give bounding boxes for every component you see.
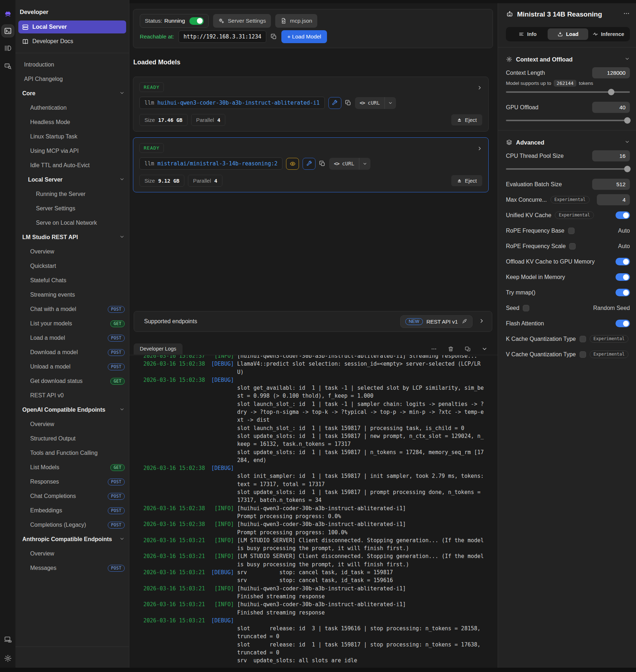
lm-studio-logo-icon[interactable] [4,10,12,18]
sidebar-item-responses[interactable]: ResponsesPOST [15,475,129,489]
setting-value-input[interactable]: 40 [592,102,630,113]
sidebar-item-quickstart[interactable]: Quickstart [15,259,129,273]
sidebar-item-download-a-model[interactable]: Download a modelPOST [15,345,129,360]
setting-toggle[interactable] [616,258,630,265]
curl-dropdown-chevron[interactable] [385,97,396,109]
sidebar-item-messages[interactable]: MessagesPOST [15,561,129,575]
tab-info[interactable]: Info [507,28,548,40]
setting-value-input[interactable]: 16 [592,150,630,161]
clear-logs-trash-icon[interactable] [448,346,454,352]
sidebar-item-unload-a-model[interactable]: Unload a modelPOST [15,360,129,374]
curl-dropdown-button[interactable]: <> cURL [329,158,370,170]
sidebar-item-tools-and-function-calling[interactable]: Tools and Function Calling [15,446,129,460]
eject-model-button[interactable]: Eject [451,175,482,186]
sidebar-item-chat-completions[interactable]: Chat CompletionsPOST [15,489,129,503]
log-output-area[interactable]: 2026-03-16 15:02:37[INFO][huihui-qwen3-c… [129,355,498,668]
setting-toggle[interactable] [616,211,630,219]
sidebar-section-core[interactable]: Core [15,86,129,101]
sidebar-item-structured-output[interactable]: Structured Output [15,431,129,446]
server-status-toggle[interactable] [189,17,204,25]
sidebar-item-list-models[interactable]: List ModelsGET [15,460,129,475]
sidebar-item-serve-on-local-network[interactable]: Serve on Local Network [15,216,129,230]
sidebar-item-headless-mode[interactable]: Headless Mode [15,115,129,129]
setting-toggle[interactable] [616,273,630,281]
section-header-advanced[interactable]: Advanced [506,137,630,148]
tab-load[interactable]: Load [548,28,588,40]
remote-connection-icon[interactable] [4,636,12,644]
setting-slider[interactable] [506,88,630,96]
section-header-context-and-offload[interactable]: Context and Offload [506,54,630,65]
model-card-expand-chevron[interactable] [477,85,483,92]
model-card-expand-chevron[interactable] [477,146,483,153]
logs-more-options-icon[interactable] [431,346,437,352]
sidebar-item-stateful-chats[interactable]: Stateful Chats [15,273,129,288]
columns-layout-nav-icon[interactable] [4,44,12,52]
sidebar-item-overview[interactable]: Overview [15,547,129,561]
sidebar-item-developer-docs[interactable]: Developer Docs [18,35,126,48]
sidebar-item-local-server[interactable]: Local Server [18,20,126,33]
setting-checkbox[interactable] [568,228,575,234]
eject-model-button[interactable]: Eject [451,114,482,125]
sidebar-item-idle-ttl-and-auto-evict[interactable]: Idle TTL and Auto-Evict [15,158,129,173]
setting-checkbox[interactable] [580,336,586,342]
model-identifier[interactable]: llm huihui-qwen3-coder-30b-a3b-instruct-… [139,97,325,109]
setting-slider[interactable] [506,116,630,124]
collapse-logs-chevron-icon[interactable] [481,346,488,352]
setting-value-input[interactable]: 128000 [592,67,630,78]
setting-toggle[interactable] [616,289,630,296]
model-search-nav-icon[interactable] [4,62,12,70]
sidebar-item-authentication[interactable]: Authentication [15,101,129,115]
load-model-button[interactable]: + Load Model [281,30,327,43]
model-identifier[interactable]: llm mistralai/ministral-3-14b-reasoning:… [139,157,282,170]
slider-thumb[interactable] [608,89,614,95]
sidebar-item-overview[interactable]: Overview [15,244,129,259]
setting-value-input[interactable]: 512 [592,179,630,190]
sidebar-item-get-download-status[interactable]: Get download statusGET [15,374,129,388]
tab-inference[interactable]: Inference [588,28,628,40]
settings-gear-icon[interactable] [4,654,12,662]
endpoints-expand-chevron[interactable] [479,318,485,325]
sidebar-item-completions-legacy-[interactable]: Completions (Legacy)POST [15,518,129,532]
copy-model-id-icon[interactable] [345,100,351,106]
slider-thumb[interactable] [624,166,631,172]
sidebar-section-anthropic-compatible-endpoints[interactable]: Anthropic Compatible Endpoints [15,532,129,547]
setting-slider[interactable] [506,165,630,173]
model-tools-button[interactable] [328,97,341,109]
sidebar-item-embeddings[interactable]: EmbeddingsPOST [15,503,129,518]
model-tools-button[interactable] [303,158,315,170]
sidebar-section-local-server[interactable]: Local Server [15,173,129,187]
popout-logs-icon[interactable] [465,346,471,352]
server-settings-button[interactable]: Server Settings [213,14,271,28]
sidebar-item-using-mcp-via-api[interactable]: Using MCP via API [15,144,129,158]
setting-toggle[interactable] [616,320,630,327]
setting-checkbox[interactable] [569,243,576,250]
rest-api-v1-pill[interactable]: NEW REST API v1 [400,315,473,328]
sidebar-item-server-settings[interactable]: Server Settings [15,201,129,216]
sidebar-item-list-your-models[interactable]: List your modelsGET [15,316,129,331]
developer-terminal-nav-icon[interactable] [1,24,14,37]
sidebar-item-rest-api-v0[interactable]: REST API v0 [15,388,129,403]
copy-model-id-icon[interactable] [319,160,326,167]
setting-checkbox[interactable] [523,305,529,311]
setting-value-input[interactable]: 4 [597,194,630,205]
sidebar-section-lm-studio-rest-api[interactable]: LM Studio REST API [15,230,129,244]
sidebar-item-introduction[interactable]: Introduction [15,58,129,72]
sidebar-item-streaming-events[interactable]: Streaming events [15,288,129,302]
curl-dropdown-button[interactable]: <> cURL [355,97,396,109]
sidebar-section-openai-compatible-endpoints[interactable]: OpenAI Compatible Endpoints [15,403,129,417]
developer-logs-tab[interactable]: Developer Logs [134,343,183,355]
panel-more-options-icon[interactable] [623,10,630,18]
copy-url-icon[interactable] [271,33,277,40]
setting-checkbox[interactable] [580,351,586,358]
sidebar-item-overview[interactable]: Overview [15,417,129,431]
sidebar-item-load-a-model[interactable]: Load a modelPOST [15,331,129,345]
server-url[interactable]: http://192.168.3.31:1234 [179,31,267,43]
vision-capability-button[interactable] [286,158,299,170]
curl-dropdown-chevron[interactable] [359,158,370,170]
sidebar-item-api-changelog[interactable]: API Changelog [15,72,129,86]
slider-thumb[interactable] [624,117,631,124]
sidebar-item-running-the-server[interactable]: Running the Server [15,187,129,201]
sidebar-item-chat-with-a-model[interactable]: Chat with a modelPOST [15,302,129,316]
sidebar-item-linux-startup-task[interactable]: Linux Startup Task [15,129,129,144]
mcp-json-button[interactable]: mcp.json [275,14,317,28]
